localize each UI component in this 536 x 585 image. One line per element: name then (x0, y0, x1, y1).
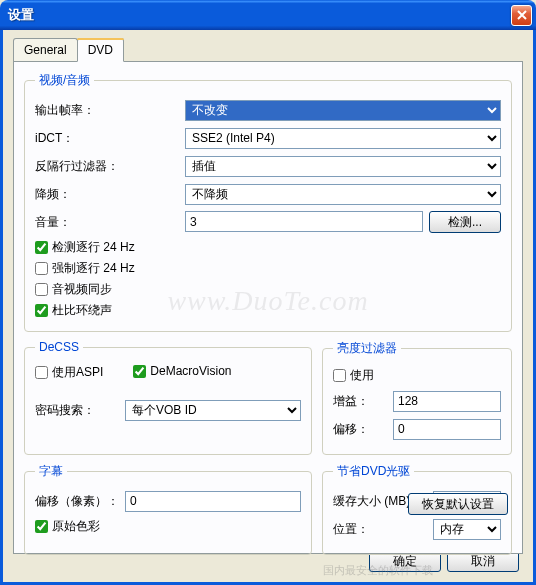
tab-panel-dvd: 视频/音频 输出帧率： 不改变 iDCT： SSE2 (Intel P4) 反隔… (13, 61, 523, 554)
downsample-select[interactable]: 不降频 (185, 184, 501, 205)
volume-input[interactable] (185, 211, 423, 232)
group-decss: DeCSS 使用ASPI DeMacroVision 密码搜索： 每个VOB I… (24, 340, 312, 455)
brightness-offset-label: 偏移： (333, 421, 393, 438)
location-select[interactable]: 内存 (433, 519, 501, 540)
close-button[interactable] (511, 5, 532, 26)
cb-aspi-wrap[interactable]: 使用ASPI (35, 364, 103, 381)
cb-force-24hz-wrap[interactable]: 强制逐行 24 Hz (35, 260, 501, 277)
pwd-search-label: 密码搜索： (35, 402, 125, 419)
detect-button[interactable]: 检测... (429, 211, 501, 233)
cb-dolby-wrap[interactable]: 杜比环绕声 (35, 302, 501, 319)
subtitle-offset-label: 偏移（像素）： (35, 493, 125, 510)
close-icon (517, 10, 527, 20)
brightness-offset-input[interactable] (393, 419, 501, 440)
legend-dvd-drive: 节省DVD光驱 (333, 463, 414, 480)
pwd-search-select[interactable]: 每个VOB ID (125, 400, 301, 421)
legend-video-audio: 视频/音频 (35, 72, 94, 89)
legend-decss: DeCSS (35, 340, 83, 354)
window-title: 设置 (8, 6, 511, 24)
volume-label: 音量： (35, 214, 185, 231)
cb-demacro-wrap[interactable]: DeMacroVision (133, 364, 231, 381)
cb-dolby[interactable] (35, 304, 48, 317)
tab-dvd[interactable]: DVD (77, 38, 124, 62)
subtitle-offset-input[interactable] (125, 491, 301, 512)
cb-demacro[interactable] (133, 365, 146, 378)
cb-aspi[interactable] (35, 366, 48, 379)
titlebar: 设置 (0, 0, 536, 30)
cb-orig-color-wrap[interactable]: 原始色彩 (35, 518, 301, 535)
gain-label: 增益： (333, 393, 393, 410)
gain-input[interactable] (393, 391, 501, 412)
downsample-label: 降频： (35, 186, 185, 203)
deinterlace-select[interactable]: 插值 (185, 156, 501, 177)
tab-general[interactable]: General (13, 38, 78, 61)
cb-avsync-wrap[interactable]: 音视频同步 (35, 281, 501, 298)
cb-detect-24hz[interactable] (35, 241, 48, 254)
cb-brightness-use[interactable] (333, 369, 346, 382)
window-body: General DVD 视频/音频 输出帧率： 不改变 iDCT： SSE2 (… (0, 30, 536, 585)
cb-detect-24hz-wrap[interactable]: 检测逐行 24 Hz (35, 239, 501, 256)
group-brightness: 亮度过滤器 使用 增益： 偏移： (322, 340, 512, 455)
idct-label: iDCT： (35, 130, 185, 147)
group-subtitle: 字幕 偏移（像素）： 原始色彩 (24, 463, 312, 555)
deinterlace-label: 反隔行过滤器： (35, 158, 185, 175)
location-label: 位置： (333, 521, 433, 538)
cb-orig-color[interactable] (35, 520, 48, 533)
restore-defaults-button[interactable]: 恢复默认设置 (408, 493, 508, 515)
legend-subtitle: 字幕 (35, 463, 67, 480)
cb-avsync[interactable] (35, 283, 48, 296)
legend-brightness: 亮度过滤器 (333, 340, 401, 357)
cb-force-24hz[interactable] (35, 262, 48, 275)
idct-select[interactable]: SSE2 (Intel P4) (185, 128, 501, 149)
output-fps-label: 输出帧率： (35, 102, 185, 119)
tab-strip: General DVD (13, 38, 523, 61)
cb-brightness-use-wrap[interactable]: 使用 (333, 367, 501, 384)
group-video-audio: 视频/音频 输出帧率： 不改变 iDCT： SSE2 (Intel P4) 反隔… (24, 72, 512, 332)
output-fps-select[interactable]: 不改变 (185, 100, 501, 121)
